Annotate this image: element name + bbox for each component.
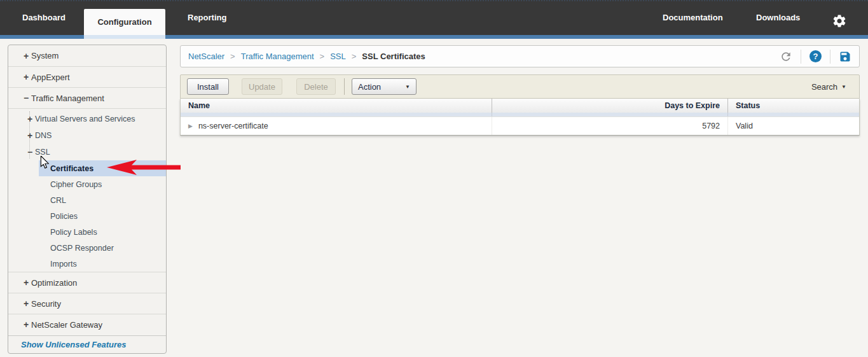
row-expander-icon[interactable]: ▶ — [188, 123, 193, 129]
table-header-accent-strip — [181, 113, 859, 116]
sidebar-item-label: Security — [31, 299, 61, 309]
icon-divider — [830, 50, 830, 64]
sidebar-item-system[interactable]: + System — [8, 45, 166, 66]
action-dropdown[interactable]: Action ▼ — [352, 78, 417, 95]
chevron-down-icon: ▼ — [405, 84, 410, 90]
expand-icon[interactable]: + — [21, 298, 31, 309]
sidebar-item-label: System — [31, 51, 59, 60]
sidebar-item-label: NetScaler Gateway — [31, 320, 102, 330]
expand-icon[interactable]: + — [21, 51, 31, 61]
install-button[interactable]: Install — [187, 78, 229, 95]
sidebar-item-label: Policies — [50, 212, 78, 221]
sidebar-item-cipher-groups[interactable]: Cipher Groups — [8, 176, 166, 192]
sidebar-item-policies[interactable]: Policies — [8, 208, 166, 224]
expand-icon[interactable]: + — [25, 130, 35, 141]
sidebar-item-label: Virtual Servers and Services — [35, 115, 135, 123]
breadcrumb-separator: > — [352, 52, 357, 61]
action-dropdown-label: Action — [358, 82, 381, 92]
sidebar-item-label: Imports — [50, 260, 77, 269]
tab-configuration[interactable]: Configuration — [84, 9, 165, 35]
toolbar-divider — [344, 78, 345, 95]
sidebar-item-label: OCSP Responder — [50, 244, 114, 253]
update-button[interactable]: Update — [242, 78, 282, 95]
mouse-cursor — [40, 156, 50, 172]
breadcrumb-separator: > — [320, 52, 325, 61]
table-header-row: Name Days to Expire Status — [181, 99, 859, 113]
sidebar-item-dns[interactable]: + DNS — [8, 127, 166, 144]
sidebar-item-label: Certificates — [50, 164, 93, 173]
sidebar-item-label: AppExpert — [31, 73, 70, 82]
sidebar-item-crl[interactable]: CRL — [8, 192, 166, 208]
sidebar-item-policy-labels[interactable]: Policy Labels — [8, 224, 166, 240]
tab-dashboard[interactable]: Dashboard — [22, 0, 65, 35]
certificates-toolbar: Install Update Delete Action ▼ Search ▼ — [180, 74, 860, 99]
breadcrumb-separator: > — [230, 52, 235, 61]
sidebar-item-optimization[interactable]: + Optimization — [8, 272, 166, 293]
certificate-status: Valid — [728, 117, 859, 135]
sidebar-item-virtual-servers-and-services[interactable]: + Virtual Servers and Services — [8, 111, 166, 127]
annotation-arrow — [107, 160, 183, 178]
column-header-name[interactable]: Name — [181, 99, 492, 113]
sidebar-item-label: Optimization — [31, 278, 77, 288]
sidebar-item-label: CRL — [50, 196, 66, 205]
certificate-days-to-expire: 5792 — [492, 117, 728, 135]
sidebar-item-appexpert[interactable]: + AppExpert — [8, 66, 166, 87]
certificate-name: ns-server-certificate — [198, 122, 268, 130]
nav-link-downloads[interactable]: Downloads — [756, 0, 800, 35]
delete-button[interactable]: Delete — [296, 78, 336, 95]
expand-icon[interactable]: + — [21, 72, 31, 82]
netscaler-configuration-page: Dashboard Configuration Reporting Docume… — [0, 0, 868, 357]
sidebar-item-traffic-management[interactable]: − Traffic Management — [8, 87, 166, 108]
sidebar-navigation-tree: + System + AppExpert − Traffic Managemen… — [8, 45, 167, 354]
certificates-table: Name Days to Expire Status ▶ ns-server-c… — [180, 99, 860, 136]
chevron-down-icon: ▼ — [841, 84, 846, 90]
tab-reporting[interactable]: Reporting — [188, 0, 226, 35]
sidebar-item-label: SSL — [35, 148, 50, 157]
expand-icon[interactable]: + — [21, 277, 31, 288]
sidebar-item-label: DNS — [35, 131, 52, 140]
sidebar-item-label: Traffic Management — [31, 94, 104, 103]
sidebar-item-netscaler-gateway[interactable]: + NetScaler Gateway — [8, 314, 166, 335]
icon-divider — [801, 50, 801, 64]
sidebar-item-label: Cipher Groups — [50, 180, 102, 189]
breadcrumb-actions: ? — [780, 50, 851, 64]
breadcrumb-link-traffic-management[interactable]: Traffic Management — [241, 52, 314, 61]
sidebar-item-label: Policy Labels — [50, 228, 97, 237]
nav-link-documentation[interactable]: Documentation — [663, 0, 723, 35]
gear-icon[interactable] — [832, 13, 847, 29]
expand-icon[interactable]: + — [21, 319, 31, 330]
expand-icon[interactable]: + — [25, 114, 35, 124]
show-unlicensed-features-link[interactable]: Show Unlicensed Features — [8, 335, 166, 353]
breadcrumb: NetScaler > Traffic Management > SSL > S… — [180, 45, 860, 67]
search-dropdown[interactable]: Search ▼ — [811, 82, 853, 92]
sidebar-item-ssl[interactable]: − SSL — [8, 144, 166, 160]
collapse-icon[interactable]: − — [25, 147, 35, 157]
help-icon[interactable]: ? — [809, 50, 822, 62]
tab-configuration-footer — [84, 35, 165, 39]
column-header-status[interactable]: Status — [728, 99, 859, 113]
breadcrumb-link-ssl[interactable]: SSL — [330, 52, 346, 61]
column-header-days-to-expire[interactable]: Days to Expire — [492, 99, 728, 113]
sidebar-item-security[interactable]: + Security — [8, 293, 166, 314]
refresh-icon[interactable] — [780, 50, 792, 63]
breadcrumb-link-netscaler[interactable]: NetScaler — [188, 52, 224, 61]
search-label: Search — [811, 82, 837, 92]
save-icon[interactable] — [839, 50, 851, 63]
collapse-icon[interactable]: − — [21, 93, 31, 103]
table-row[interactable]: ▶ ns-server-certificate 5792 Valid — [181, 116, 859, 135]
sidebar-item-imports[interactable]: Imports — [8, 256, 166, 272]
sidebar-item-ocsp-responder[interactable]: OCSP Responder — [8, 240, 166, 256]
breadcrumb-current-page: SSL Certificates — [362, 52, 425, 61]
traffic-management-subtree: + Virtual Servers and Services + DNS − S… — [8, 108, 166, 272]
